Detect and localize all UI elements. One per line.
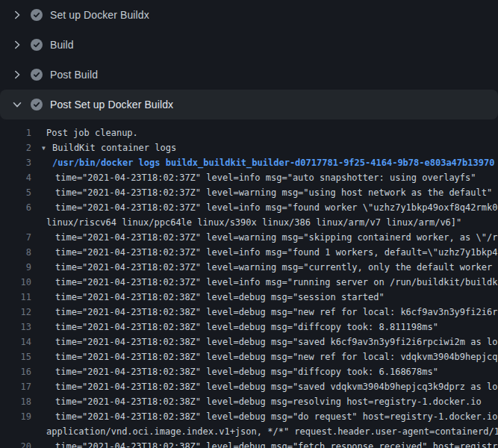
- log-line-text: time="2021-04-23T18:02:38Z" level=debug …: [31, 379, 498, 394]
- log-line-number[interactable]: 14: [0, 335, 31, 349]
- log-line: 16 time="2021-04-23T18:02:38Z" level=deb…: [0, 364, 498, 379]
- log-line: 4 time="2021-04-23T18:02:37Z" level=info…: [0, 170, 498, 185]
- log-line-number[interactable]: 17: [0, 379, 31, 394]
- check-circle-icon: [31, 39, 43, 51]
- step-section-header[interactable]: Post Set up Docker Buildx: [0, 90, 498, 119]
- log-panel: 1 Post job cleanup. 2 ▼BuildKit containe…: [0, 119, 498, 448]
- log-line-number[interactable]: 8: [0, 245, 31, 260]
- log-line-number[interactable]: 12: [0, 305, 31, 320]
- log-line-text: ▼BuildKit container logs: [31, 140, 176, 155]
- log-line-text: time="2021-04-23T18:02:38Z" level=debug …: [31, 305, 498, 320]
- log-line-text: time="2021-04-23T18:02:38Z" level=debug …: [31, 364, 438, 379]
- log-line-number[interactable]: 3: [0, 155, 31, 170]
- step-section-label: Post Build: [50, 69, 98, 81]
- step-section-header[interactable]: Build: [0, 30, 498, 60]
- log-line-number[interactable]: [0, 424, 31, 439]
- log-line-number[interactable]: [0, 215, 31, 230]
- log-line-number[interactable]: 6: [0, 200, 31, 215]
- log-line-text: time="2021-04-23T18:02:38Z" level=debug …: [31, 394, 482, 409]
- log-line: 20 time="2021-04-23T18:02:38Z" level=deb…: [0, 439, 498, 448]
- log-line: 8 time="2021-04-23T18:02:37Z" level=info…: [0, 245, 498, 260]
- log-line: 2 ▼BuildKit container logs: [0, 140, 498, 155]
- log-line-number[interactable]: 1: [0, 125, 31, 140]
- log-line-text: time="2021-04-23T18:02:37Z" level=info m…: [31, 275, 498, 290]
- log-line-number[interactable]: 7: [0, 230, 31, 245]
- log-line: 14 time="2021-04-23T18:02:38Z" level=deb…: [0, 335, 498, 349]
- log-line-text: time="2021-04-23T18:02:37Z" level=info m…: [31, 170, 476, 185]
- log-line-text: linux/riscv64 linux/ppc64le linux/s390x …: [31, 215, 461, 230]
- step-section-header[interactable]: Post Build: [0, 60, 498, 90]
- log-line-number[interactable]: 19: [0, 409, 31, 424]
- chevron-right-icon[interactable]: [10, 8, 24, 22]
- check-circle-icon: [31, 69, 43, 81]
- log-line: 5 time="2021-04-23T18:02:37Z" level=warn…: [0, 185, 498, 200]
- log-line-number[interactable]: 18: [0, 394, 31, 409]
- log-line-text: time="2021-04-23T18:02:38Z" level=debug …: [31, 409, 498, 424]
- log-line-text: time="2021-04-23T18:02:37Z" level=warnin…: [31, 260, 498, 275]
- chevron-right-icon[interactable]: [10, 68, 24, 81]
- log-line: 11 time="2021-04-23T18:02:38Z" level=deb…: [0, 290, 498, 305]
- log-line-number[interactable]: 20: [0, 439, 31, 448]
- step-section-header[interactable]: Set up Docker Buildx: [0, 0, 498, 30]
- log-line-number[interactable]: 4: [0, 170, 31, 185]
- log-line-number[interactable]: 16: [0, 364, 31, 379]
- log-line: 6 time="2021-04-23T18:02:37Z" level=info…: [0, 200, 498, 215]
- log-line-text: time="2021-04-23T18:02:38Z" level=debug …: [31, 290, 385, 305]
- log-line: 12 time="2021-04-23T18:02:38Z" level=deb…: [0, 305, 498, 320]
- log-line: 7 time="2021-04-23T18:02:37Z" level=warn…: [0, 230, 498, 245]
- log-line: 18 time="2021-04-23T18:02:38Z" level=deb…: [0, 394, 498, 409]
- log-line: application/vnd.oci.image.index.v1+json,…: [0, 424, 498, 439]
- log-line: 3 /usr/bin/docker logs buildx_buildkit_b…: [0, 155, 498, 170]
- log-line: 1 Post job cleanup.: [0, 125, 498, 140]
- step-section-list: Set up Docker Buildx Build P: [0, 0, 498, 119]
- log-line-number[interactable]: 15: [0, 349, 31, 364]
- log-line-text: time="2021-04-23T18:02:38Z" level=debug …: [31, 320, 438, 335]
- log-line-text: time="2021-04-23T18:02:38Z" level=debug …: [31, 335, 498, 349]
- log-line: 9 time="2021-04-23T18:02:37Z" level=warn…: [0, 260, 498, 275]
- step-section-label: Build: [50, 39, 74, 51]
- log-line: 15 time="2021-04-23T18:02:38Z" level=deb…: [0, 349, 498, 364]
- log-line-number[interactable]: 2: [0, 140, 31, 155]
- chevron-down-icon[interactable]: [10, 98, 24, 111]
- check-circle-icon: [31, 99, 43, 111]
- log-line-number[interactable]: 11: [0, 290, 31, 305]
- step-section-label: Post Set up Docker Buildx: [50, 99, 173, 111]
- log-line: 19 time="2021-04-23T18:02:38Z" level=deb…: [0, 409, 498, 424]
- workflow-log-viewer: Set up Docker Buildx Build P: [0, 0, 498, 448]
- log-line-text: time="2021-04-23T18:02:38Z" level=debug …: [31, 439, 498, 448]
- step-section-label: Set up Docker Buildx: [50, 9, 149, 21]
- log-group-toggle-icon[interactable]: ▼: [42, 141, 52, 156]
- log-line-number[interactable]: 9: [0, 260, 31, 275]
- log-line-text: Post job cleanup.: [31, 125, 138, 140]
- log-group-title[interactable]: BuildKit container logs: [52, 143, 176, 153]
- log-line-text: time="2021-04-23T18:02:37Z" level=info m…: [31, 200, 498, 215]
- check-circle-icon: [31, 9, 43, 21]
- log-line-text: application/vnd.oci.image.index.v1+json,…: [31, 424, 498, 439]
- chevron-right-icon[interactable]: [10, 38, 24, 52]
- log-line-text: time="2021-04-23T18:02:37Z" level=info m…: [31, 245, 498, 260]
- log-line-text: time="2021-04-23T18:02:37Z" level=warnin…: [31, 185, 492, 200]
- log-line-text: /usr/bin/docker logs buildx_buildkit_bui…: [31, 155, 494, 170]
- log-line-text: time="2021-04-23T18:02:37Z" level=warnin…: [31, 230, 498, 245]
- log-line: 17 time="2021-04-23T18:02:38Z" level=deb…: [0, 379, 498, 394]
- log-line: 10 time="2021-04-23T18:02:37Z" level=inf…: [0, 275, 498, 290]
- log-line-text: time="2021-04-23T18:02:38Z" level=debug …: [31, 349, 498, 364]
- log-line: linux/riscv64 linux/ppc64le linux/s390x …: [0, 215, 498, 230]
- log-line-number[interactable]: 5: [0, 185, 31, 200]
- log-line-number[interactable]: 13: [0, 320, 31, 335]
- log-line-number[interactable]: 10: [0, 275, 31, 290]
- log-line: 13 time="2021-04-23T18:02:38Z" level=deb…: [0, 320, 498, 335]
